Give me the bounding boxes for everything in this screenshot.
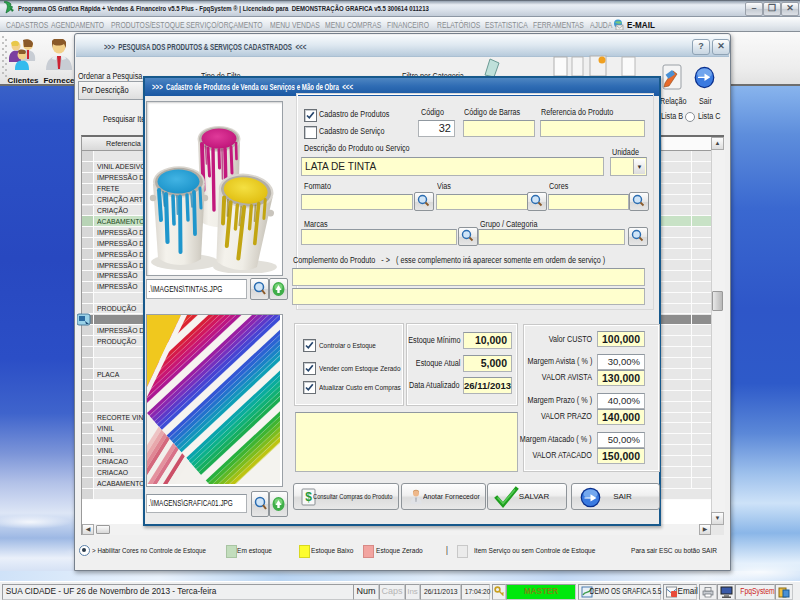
svg-text:$: $ <box>305 490 312 504</box>
